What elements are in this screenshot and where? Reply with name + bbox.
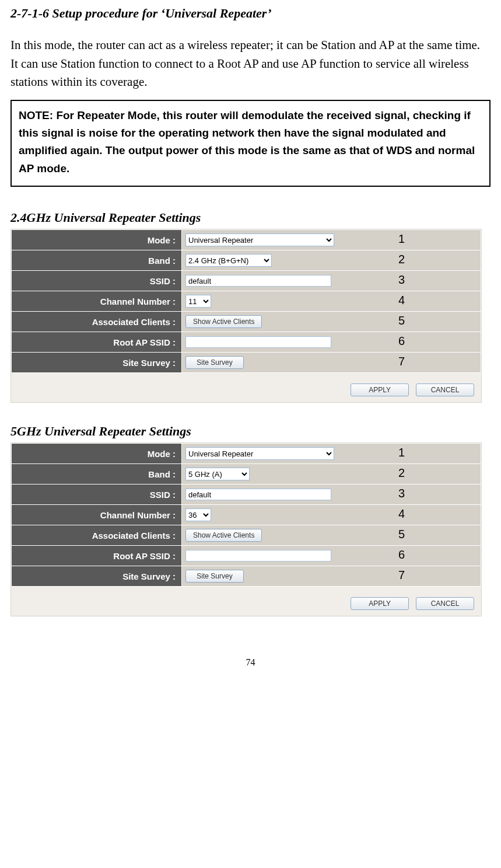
channel-select[interactable]: 11 bbox=[185, 295, 211, 308]
subheading-24ghz: 2.4GHz Universal Repeater Settings bbox=[10, 210, 491, 225]
settings-table-5ghz: Mode : Universal Repeater 1 Band : 5 GHz… bbox=[11, 443, 481, 587]
row-number: 5 bbox=[398, 314, 405, 327]
button-row: APPLY CANCEL bbox=[11, 373, 481, 396]
row-number: 6 bbox=[398, 334, 405, 348]
label-ssid: SSID : bbox=[12, 484, 182, 505]
page-number: 74 bbox=[10, 657, 491, 668]
label-root-ap-ssid: Root AP SSID : bbox=[12, 546, 182, 566]
band-select[interactable]: 5 GHz (A) bbox=[185, 468, 250, 480]
site-survey-button[interactable]: Site Survey bbox=[185, 356, 244, 369]
label-band: Band : bbox=[12, 464, 182, 484]
root-ap-ssid-input[interactable] bbox=[185, 336, 331, 348]
apply-button[interactable]: APPLY bbox=[351, 597, 409, 610]
mode-select[interactable]: Universal Repeater bbox=[185, 447, 334, 460]
row-number: 1 bbox=[398, 446, 405, 459]
row-number: 3 bbox=[398, 487, 405, 500]
row-number: 4 bbox=[398, 507, 405, 521]
band-select[interactable]: 2.4 GHz (B+G+N) bbox=[185, 254, 272, 267]
button-row: APPLY CANCEL bbox=[11, 587, 481, 610]
site-survey-button[interactable]: Site Survey bbox=[185, 570, 244, 583]
ssid-input[interactable] bbox=[185, 275, 331, 287]
row-number: 6 bbox=[398, 548, 405, 562]
cancel-button[interactable]: CANCEL bbox=[416, 384, 474, 396]
label-associated-clients: Associated Clients : bbox=[12, 525, 182, 546]
label-associated-clients: Associated Clients : bbox=[12, 312, 182, 332]
root-ap-ssid-input[interactable] bbox=[185, 550, 331, 562]
label-channel: Channel Number : bbox=[12, 505, 182, 525]
show-active-clients-button[interactable]: Show Active Clients bbox=[185, 315, 262, 328]
label-mode: Mode : bbox=[12, 444, 182, 464]
note-box: NOTE: For Repeater Mode, this router wil… bbox=[10, 100, 491, 187]
label-site-survey: Site Survey : bbox=[12, 566, 182, 587]
mode-select[interactable]: Universal Repeater bbox=[185, 233, 334, 246]
row-number: 5 bbox=[398, 528, 405, 541]
label-channel: Channel Number : bbox=[12, 291, 182, 312]
label-mode: Mode : bbox=[12, 230, 182, 250]
intro-paragraph: In this mode, the router can act as a wi… bbox=[10, 36, 491, 92]
apply-button[interactable]: APPLY bbox=[351, 384, 409, 396]
ssid-input[interactable] bbox=[185, 489, 331, 500]
label-site-survey: Site Survey : bbox=[12, 353, 182, 373]
subheading-5ghz: 5GHz Universal Repeater Settings bbox=[10, 424, 491, 439]
settings-panel-24ghz: Mode : Universal Repeater 1 Band : 2.4 G… bbox=[10, 229, 482, 403]
label-ssid: SSID : bbox=[12, 271, 182, 291]
row-number: 2 bbox=[398, 253, 405, 266]
row-number: 7 bbox=[398, 569, 405, 582]
label-root-ap-ssid: Root AP SSID : bbox=[12, 332, 182, 353]
show-active-clients-button[interactable]: Show Active Clients bbox=[185, 529, 262, 542]
row-number: 4 bbox=[398, 294, 405, 307]
channel-select[interactable]: 36 bbox=[185, 508, 211, 521]
row-number: 1 bbox=[398, 232, 405, 246]
row-number: 2 bbox=[398, 466, 405, 480]
row-number: 3 bbox=[398, 273, 405, 287]
label-band: Band : bbox=[12, 250, 182, 271]
section-heading: 2-7-1-6 Setup procedure for ‘Universal R… bbox=[10, 6, 491, 21]
row-number: 7 bbox=[398, 355, 405, 368]
settings-table-24ghz: Mode : Universal Repeater 1 Band : 2.4 G… bbox=[11, 229, 481, 373]
settings-panel-5ghz: Mode : Universal Repeater 1 Band : 5 GHz… bbox=[10, 442, 482, 616]
cancel-button[interactable]: CANCEL bbox=[416, 597, 474, 610]
